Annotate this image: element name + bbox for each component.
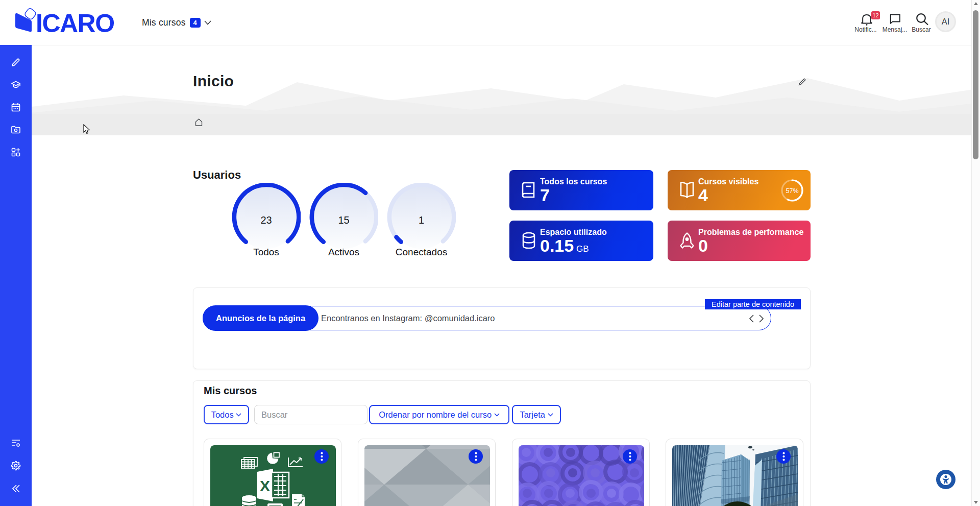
svg-text:X: X [260,477,270,494]
svg-text:ICARO: ICARO [36,9,114,38]
svg-text:57%: 57% [786,187,798,195]
